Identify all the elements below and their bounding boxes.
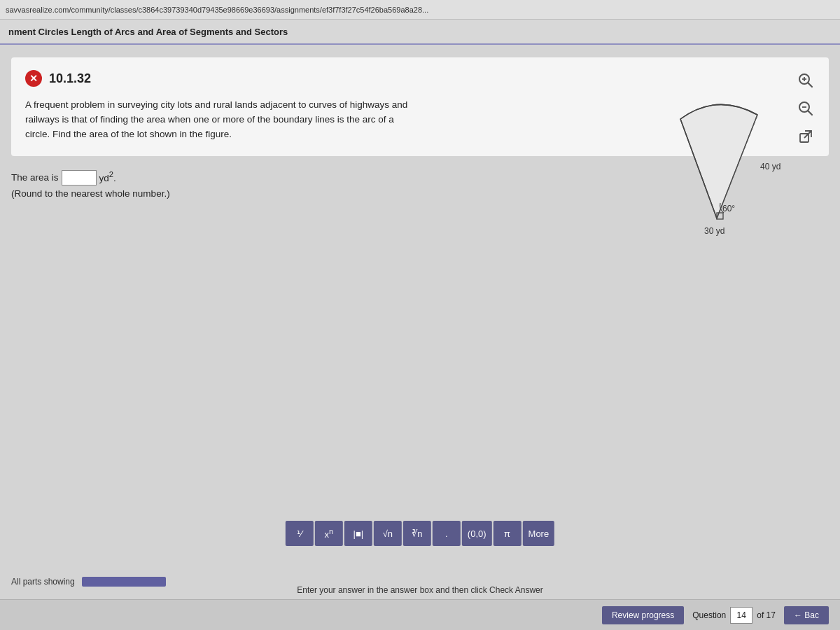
cbrt-icon: ∛n (412, 528, 422, 539)
url-text: savvasrealize.com/community/classes/c386… (6, 6, 428, 14)
svg-line-8 (804, 131, 811, 138)
pi-icon: π (504, 528, 510, 539)
back-button[interactable]: ← Bac (784, 606, 829, 624)
interval-icon: (0,0) (468, 528, 486, 539)
all-parts-label: All parts showing (11, 577, 75, 587)
main-content: ✕ 10.1.32 A frequent problem in surveyin… (0, 45, 840, 630)
superscript-button[interactable]: xn (315, 521, 343, 546)
all-parts-row: All parts showing (11, 577, 166, 587)
answer-unit: yd2. (99, 170, 116, 183)
question-number-box: 14 (730, 607, 752, 624)
answer-exponent: 2 (109, 170, 113, 178)
pi-button[interactable]: π (493, 521, 522, 546)
zoom-out-icon[interactable] (795, 98, 816, 119)
question-current: 14 (737, 610, 746, 620)
svg-line-5 (808, 111, 813, 115)
question-number-label: 10.1.32 (49, 71, 91, 86)
absolute-value-button[interactable]: |■| (344, 521, 372, 546)
geometry-figure: 60° 40 yd 30 yd (647, 99, 787, 239)
page-title: nment Circles Length of Arcs and Area of… (8, 27, 288, 37)
comma-icon: . (445, 528, 448, 539)
external-link-icon[interactable] (795, 126, 816, 147)
instruction-text: Enter your answer in the answer box and … (297, 585, 543, 595)
question-text: A frequent problem in surveying city lot… (25, 98, 417, 142)
question-card: ✕ 10.1.32 A frequent problem in surveyin… (11, 57, 829, 156)
close-icon[interactable]: ✕ (25, 70, 42, 87)
sqrt-icon: √n (383, 528, 393, 539)
fraction-button[interactable]: ⅟ (286, 521, 314, 546)
math-toolbar: ⅟ xn |■| √n ∛n . (0,0) π More (286, 521, 554, 546)
absolute-value-icon: |■| (354, 528, 364, 539)
progress-bar (82, 577, 166, 587)
comma-button[interactable]: . (433, 521, 461, 546)
footer-nav: Review progress Question 14 of 17 ← Bac (0, 599, 840, 630)
answer-input[interactable] (62, 170, 97, 186)
svg-line-1 (808, 83, 813, 88)
review-progress-label: Review progress (612, 610, 674, 620)
figure-area: 60° 40 yd 30 yd (647, 99, 787, 241)
more-label: More (528, 528, 550, 539)
page-title-bar: nment Circles Length of Arcs and Area of… (0, 20, 840, 45)
sqrt-button[interactable]: √n (374, 521, 402, 546)
fraction-icon: ⅟ (297, 528, 302, 539)
more-button[interactable]: More (523, 521, 555, 546)
right-icons-panel (795, 70, 816, 147)
question-nav: Question 14 of 17 (692, 607, 776, 624)
zoom-in-icon[interactable] (795, 70, 816, 91)
back-label: ← Bac (794, 610, 819, 620)
review-progress-button[interactable]: Review progress (602, 606, 684, 624)
svg-text:30 yd: 30 yd (704, 226, 724, 236)
question-nav-label: Question (692, 610, 726, 620)
answer-prefix: The area is (11, 172, 59, 183)
question-number-row: ✕ 10.1.32 (25, 70, 815, 87)
question-total: of 17 (757, 610, 776, 620)
svg-text:60°: 60° (722, 204, 735, 214)
browser-url-bar: savvasrealize.com/community/classes/c386… (0, 0, 840, 20)
svg-text:40 yd: 40 yd (760, 162, 780, 172)
cbrt-button[interactable]: ∛n (403, 521, 431, 546)
interval-button[interactable]: (0,0) (462, 521, 492, 546)
superscript-icon: xn (325, 527, 334, 540)
